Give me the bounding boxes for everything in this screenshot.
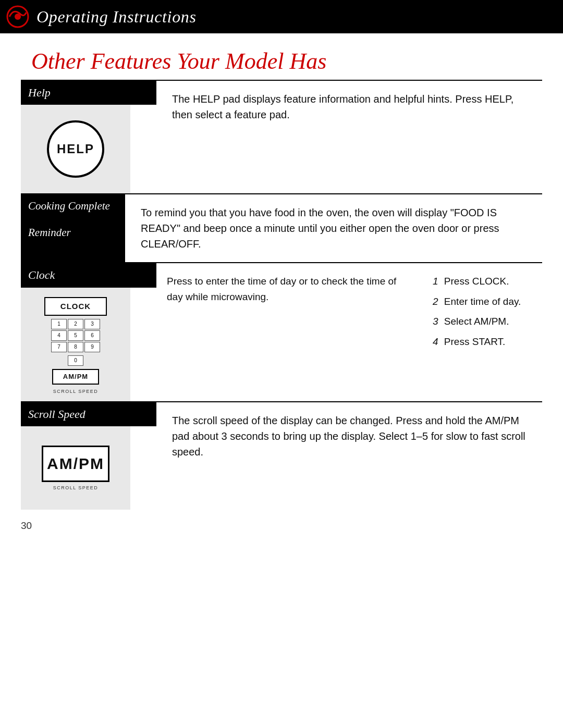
clock-ampm-button: AM/PM bbox=[52, 369, 99, 385]
cooking-section: Cooking Complete Reminder To remind you … bbox=[21, 193, 542, 262]
clock-section: Clock CLOCK 1 2 3 4 5 6 7 8 9 0 AM/PM bbox=[21, 262, 542, 401]
clock-button-display: CLOCK bbox=[44, 297, 107, 316]
help-body: The HELP pad displays feature informatio… bbox=[156, 81, 542, 193]
scroll-body: The scroll speed of the display can be c… bbox=[156, 402, 542, 510]
clock-left: Clock CLOCK 1 2 3 4 5 6 7 8 9 0 AM/PM bbox=[21, 263, 156, 401]
page-title: Other Features Your Model Has bbox=[0, 33, 563, 80]
clock-step-1: 1 Press CLOCK. bbox=[433, 274, 532, 289]
clock-step-4: 4 Press START. bbox=[433, 334, 532, 350]
clock-illustration: CLOCK 1 2 3 4 5 6 7 8 9 0 AM/PM SCROLL S… bbox=[21, 288, 130, 401]
cooking-label: Cooking Complete Reminder bbox=[21, 194, 125, 262]
help-left: Help HELP bbox=[21, 81, 156, 193]
numpad-2: 2 bbox=[68, 319, 83, 329]
clock-label: Clock bbox=[21, 263, 156, 287]
page-number: 30 bbox=[0, 510, 563, 542]
scroll-label: Scroll Speed bbox=[21, 402, 156, 426]
header-title: Operating Instructions bbox=[36, 7, 197, 27]
clock-scroll-speed-label: SCROLL SPEED bbox=[53, 389, 99, 394]
clock-step-3: 3 Select AM/PM. bbox=[433, 314, 532, 329]
clock-content: Press to enter the time of day or to che… bbox=[156, 263, 542, 401]
numpad-zero-row: 0 bbox=[68, 355, 83, 366]
numpad-7: 7 bbox=[51, 342, 67, 352]
numpad-9: 9 bbox=[84, 342, 100, 352]
clock-steps-list: 1 Press CLOCK. 2 Enter time of day. 3 Se… bbox=[427, 274, 532, 354]
help-section: Help HELP The HELP pad displays feature … bbox=[21, 80, 542, 193]
numpad-4: 4 bbox=[51, 330, 67, 341]
brand-logo bbox=[4, 3, 31, 30]
scroll-illustration: AM/PM SCROLL SPEED bbox=[21, 426, 130, 510]
scroll-section: Scroll Speed AM/PM SCROLL SPEED The scro… bbox=[21, 401, 542, 510]
numpad-0: 0 bbox=[68, 355, 83, 366]
scroll-left: Scroll Speed AM/PM SCROLL SPEED bbox=[21, 402, 156, 510]
numpad-6: 6 bbox=[84, 330, 100, 341]
page-header: Operating Instructions bbox=[0, 0, 563, 33]
help-button-illustration: HELP bbox=[21, 105, 130, 193]
cooking-body: To remind you that you have food in the … bbox=[125, 194, 542, 262]
clock-inner: Press to enter the time of day or to che… bbox=[167, 274, 532, 354]
scroll-speed-label: SCROLL SPEED bbox=[53, 485, 99, 490]
clock-numpad: 1 2 3 4 5 6 7 8 9 bbox=[51, 319, 100, 352]
numpad-5: 5 bbox=[68, 330, 83, 341]
help-circle-button: HELP bbox=[47, 120, 104, 178]
numpad-8: 8 bbox=[68, 342, 83, 352]
help-label: Help bbox=[21, 81, 156, 105]
numpad-3: 3 bbox=[84, 319, 100, 329]
clock-step-2: 2 Enter time of day. bbox=[433, 294, 532, 310]
scroll-ampm-button: AM/PM bbox=[42, 446, 109, 482]
svg-point-2 bbox=[15, 14, 21, 20]
clock-main-text: Press to enter the time of day or to che… bbox=[167, 274, 427, 354]
numpad-1: 1 bbox=[51, 319, 67, 329]
